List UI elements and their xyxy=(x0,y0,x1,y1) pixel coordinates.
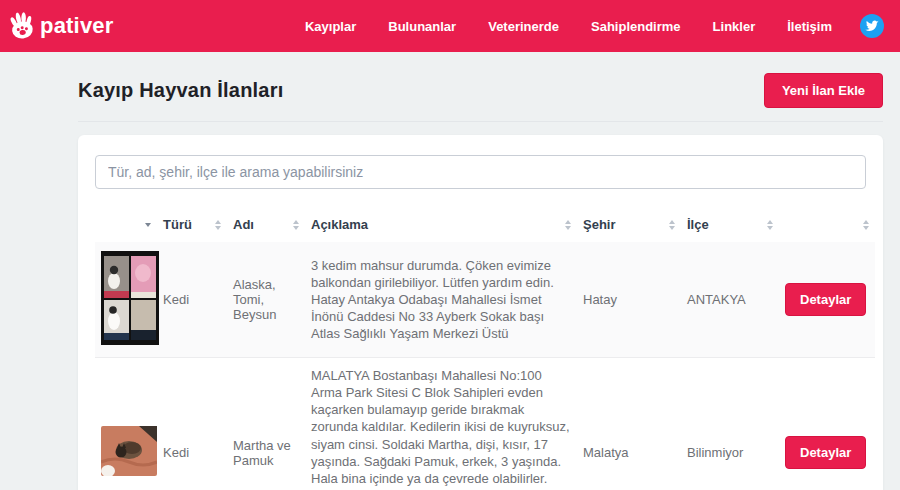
listings-card: Türü Adı Açıklama xyxy=(78,135,883,490)
type-cell: Kedi xyxy=(157,242,227,358)
paw-hand-icon xyxy=(7,11,38,42)
page-header: Kayıp Hayvan İlanları Yeni İlan Ekle xyxy=(78,52,883,122)
action-cell: Detaylar xyxy=(779,242,875,358)
column-label: İlçe xyxy=(687,217,709,232)
column-header-photo[interactable] xyxy=(95,211,157,242)
main-nav: Kayıplar Bulunanlar Veterinerde Sahiplen… xyxy=(305,19,832,34)
listings-table: Türü Adı Açıklama xyxy=(95,211,875,490)
listing-photo-cat-couch[interactable] xyxy=(101,426,151,479)
district-cell: Bilinmiyor xyxy=(681,358,779,490)
photo-cell xyxy=(95,242,157,358)
sort-icon xyxy=(565,220,571,230)
sort-desc-icon xyxy=(145,223,151,227)
details-button[interactable]: Detaylar xyxy=(785,283,866,316)
nav-item-kayiplar[interactable]: Kayıplar xyxy=(305,19,356,34)
details-button[interactable]: Detaylar xyxy=(785,436,866,469)
nav-item-linkler[interactable]: Linkler xyxy=(713,19,756,34)
column-label: Açıklama xyxy=(311,217,368,232)
nav-item-iletisim[interactable]: İletişim xyxy=(787,19,832,34)
sort-icon xyxy=(669,220,675,230)
column-label: Türü xyxy=(163,217,192,232)
nav-item-veterinerde[interactable]: Veterinerde xyxy=(488,19,559,34)
nav-item-bulunanlar[interactable]: Bulunanlar xyxy=(388,19,456,34)
listing-row: Kedi Alaska, Tomi, Beysun 3 kedim mahsur… xyxy=(95,242,875,358)
twitter-icon[interactable] xyxy=(860,14,884,38)
column-header-name[interactable]: Adı xyxy=(227,211,305,242)
page-title: Kayıp Hayvan İlanları xyxy=(78,79,283,102)
city-cell: Hatay xyxy=(577,242,681,358)
sort-icon xyxy=(293,220,299,230)
sort-icon xyxy=(215,220,221,230)
column-header-city[interactable]: Şehir xyxy=(577,211,681,242)
photo-cell xyxy=(95,358,157,490)
column-label: Adı xyxy=(233,217,254,232)
top-navbar: pativer Kayıplar Bulunanlar Veterinerde … xyxy=(0,0,900,52)
column-header-description[interactable]: Açıklama xyxy=(305,211,577,242)
page-content: Kayıp Hayvan İlanları Yeni İlan Ekle xyxy=(78,52,883,490)
column-label: Şehir xyxy=(583,217,616,232)
action-cell: Detaylar xyxy=(779,358,875,490)
nav-item-sahiplendirme[interactable]: Sahiplendirme xyxy=(591,19,681,34)
search-input[interactable] xyxy=(95,155,866,189)
type-cell: Kedi xyxy=(157,358,227,490)
table-header-row: Türü Adı Açıklama xyxy=(95,211,875,242)
column-header-actions[interactable] xyxy=(779,211,875,242)
name-cell: Alaska, Tomi, Beysun xyxy=(227,242,305,358)
district-cell: ANTAKYA xyxy=(681,242,779,358)
name-cell: Martha ve Pamuk xyxy=(227,358,305,490)
brand-logo[interactable]: pativer xyxy=(8,12,114,40)
listing-row: Kedi Martha ve Pamuk MALATYA Bostanbaşı … xyxy=(95,358,875,490)
description-cell: 3 kedim mahsur durumda. Çöken evimize ba… xyxy=(305,242,577,358)
add-listing-button[interactable]: Yeni İlan Ekle xyxy=(764,73,883,108)
brand-name: pativer xyxy=(40,13,114,39)
listing-photo-collage[interactable] xyxy=(101,251,151,348)
sort-icon xyxy=(863,220,869,230)
city-cell: Malatya xyxy=(577,358,681,490)
sort-icon xyxy=(767,220,773,230)
column-header-type[interactable]: Türü xyxy=(157,211,227,242)
column-header-district[interactable]: İlçe xyxy=(681,211,779,242)
description-cell: MALATYA Bostanbaşı Mahallesi No:100 Arma… xyxy=(305,358,577,490)
